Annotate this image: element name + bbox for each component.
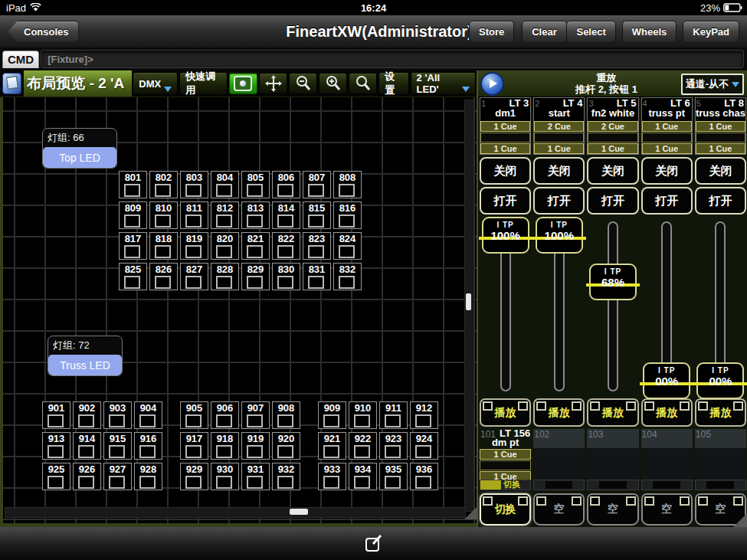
layout-selector-dropdown[interactable]: 2 'All LED'	[411, 72, 476, 95]
fixture-cell[interactable]: 811	[180, 201, 208, 229]
vertical-scroll-thumb[interactable]	[466, 293, 471, 310]
fader-handle[interactable]: I TP00%	[696, 362, 744, 399]
fader-handle[interactable]: I TP100%	[482, 217, 529, 254]
fixture-cell[interactable]: 914	[73, 432, 101, 460]
fixture-cell[interactable]: 905	[180, 401, 208, 429]
play-button[interactable]: 播放	[480, 398, 531, 427]
fixture-cell[interactable]: 933	[318, 463, 346, 490]
zoom-out-button[interactable]	[289, 73, 317, 94]
fixture-cell[interactable]: 915	[103, 432, 132, 460]
close-button[interactable]: 关闭	[480, 157, 531, 185]
fixture-cell[interactable]: 901	[42, 401, 70, 429]
vertical-scrollbar[interactable]	[464, 100, 474, 512]
close-button[interactable]: 关闭	[587, 157, 638, 185]
zoom-in-button[interactable]	[319, 73, 347, 94]
fixture-cell[interactable]: 801	[119, 171, 147, 198]
layout-canvas[interactable]: 灯组: 66 Top LED 灯组: 72 Truss LED 80180280…	[0, 97, 477, 527]
fixture-cell[interactable]: 921	[318, 432, 346, 460]
fixture-cell[interactable]: 926	[73, 463, 101, 490]
close-button[interactable]: 关闭	[533, 157, 585, 185]
fixture-cell[interactable]: 920	[272, 432, 300, 460]
fixture-cell[interactable]: 925	[42, 463, 70, 490]
fixture-cell[interactable]: 830	[272, 263, 300, 290]
fixture-cell[interactable]: 922	[349, 432, 377, 460]
fixture-cell[interactable]: 802	[149, 171, 178, 198]
fixture-cell[interactable]: 807	[303, 171, 331, 198]
clear-button[interactable]: Clear	[522, 21, 567, 43]
fixture-cell[interactable]: 813	[241, 201, 270, 229]
close-button[interactable]: 关闭	[641, 157, 693, 185]
play-button[interactable]: 播放	[641, 398, 693, 427]
dmx-button[interactable]: DMX	[133, 72, 178, 95]
play-button[interactable]: 播放	[533, 398, 585, 427]
settings-button[interactable]: 设置	[378, 72, 408, 95]
fixture-cell[interactable]: 812	[211, 201, 239, 229]
fixture-cell[interactable]: 902	[73, 401, 101, 429]
fixture-cell[interactable]: 832	[333, 263, 362, 290]
fixture-cell[interactable]: 816	[333, 201, 362, 229]
channel-mode-dropdown[interactable]: 通道-从不	[681, 74, 744, 95]
fixture-cell[interactable]: 936	[410, 463, 438, 490]
fixture-cell[interactable]: 824	[333, 232, 362, 260]
fixture-cell[interactable]: 911	[379, 401, 408, 429]
fixture-cell[interactable]: 815	[303, 201, 331, 229]
fixture-cell[interactable]: 814	[272, 201, 300, 229]
fixture-cell[interactable]: 827	[180, 263, 208, 290]
fixture-cell[interactable]: 912	[410, 401, 438, 429]
fixture-cell[interactable]: 903	[103, 401, 132, 429]
fixture-cell[interactable]: 831	[303, 263, 331, 290]
light-group-66[interactable]: 灯组: 66 Top LED	[42, 128, 117, 169]
quick-call-button[interactable]: 快速调用	[179, 72, 228, 95]
fixture-cell[interactable]: 934	[349, 463, 377, 490]
play-icon[interactable]	[480, 72, 504, 96]
fixture-cell[interactable]: 806	[272, 171, 300, 198]
play-button[interactable]: 播放	[695, 398, 746, 427]
fixture-cell[interactable]: 918	[211, 432, 239, 460]
fixture-cell[interactable]: 932	[272, 463, 300, 490]
fixture-cell[interactable]: 907	[241, 401, 270, 429]
fixture-cell[interactable]: 904	[134, 401, 162, 429]
light-group-72[interactable]: 灯组: 72 Truss LED	[48, 336, 123, 376]
close-button[interactable]: 关闭	[695, 157, 746, 185]
fixture-cell[interactable]: 817	[119, 232, 147, 260]
fixture-cell[interactable]: 805	[241, 171, 270, 198]
store-button[interactable]: Store	[469, 21, 514, 43]
open-button[interactable]: 打开	[587, 187, 638, 215]
group-button-top-led[interactable]: Top LED	[43, 147, 116, 168]
open-button[interactable]: 打开	[480, 187, 531, 215]
command-line-input[interactable]: [Fixture]>	[41, 50, 744, 68]
fixture-cell[interactable]: 818	[149, 232, 178, 260]
fixture-cell[interactable]: 927	[103, 463, 132, 490]
horizontal-scroll-thumb[interactable]	[290, 509, 308, 515]
cmd-label[interactable]: CMD	[2, 51, 39, 68]
open-button[interactable]: 打开	[533, 187, 585, 215]
fixture-cell[interactable]: 924	[410, 432, 438, 460]
fixture-cell[interactable]: 909	[318, 401, 346, 429]
fixture-cell[interactable]: 810	[149, 201, 178, 229]
fixture-cell[interactable]: 803	[180, 171, 208, 198]
fixture-cell[interactable]: 825	[119, 263, 147, 290]
wheels-button[interactable]: Wheels	[622, 21, 677, 43]
select-button[interactable]: Select	[566, 21, 615, 43]
fixture-cell[interactable]: 917	[180, 432, 208, 460]
pan-tool-button[interactable]	[259, 73, 287, 94]
fixture-cell[interactable]: 828	[211, 263, 239, 290]
fixture-cell[interactable]: 928	[134, 463, 162, 490]
fixture-cell[interactable]: 908	[272, 401, 300, 429]
empty-slot-button[interactable]: 空	[587, 493, 638, 526]
fixture-cell[interactable]: 916	[134, 432, 162, 460]
fixture-cell[interactable]: 935	[379, 463, 408, 490]
consoles-back-button[interactable]: Consoles	[8, 21, 79, 43]
fixture-cell[interactable]: 819	[180, 232, 208, 260]
fixture-cell[interactable]: 826	[149, 263, 178, 290]
fixture-cell[interactable]: 910	[349, 401, 377, 429]
fixture-cell[interactable]: 906	[211, 401, 239, 429]
fixture-cell[interactable]: 913	[42, 432, 70, 460]
fixture-cell[interactable]: 820	[211, 232, 239, 260]
resize-grip-icon[interactable]	[733, 513, 747, 527]
fixture-cell[interactable]: 804	[211, 171, 239, 198]
compose-icon[interactable]	[364, 534, 384, 554]
fixture-cell[interactable]: 930	[211, 463, 239, 490]
resize-grip-icon[interactable]	[464, 507, 477, 519]
switch-button[interactable]: 切换	[480, 493, 531, 526]
